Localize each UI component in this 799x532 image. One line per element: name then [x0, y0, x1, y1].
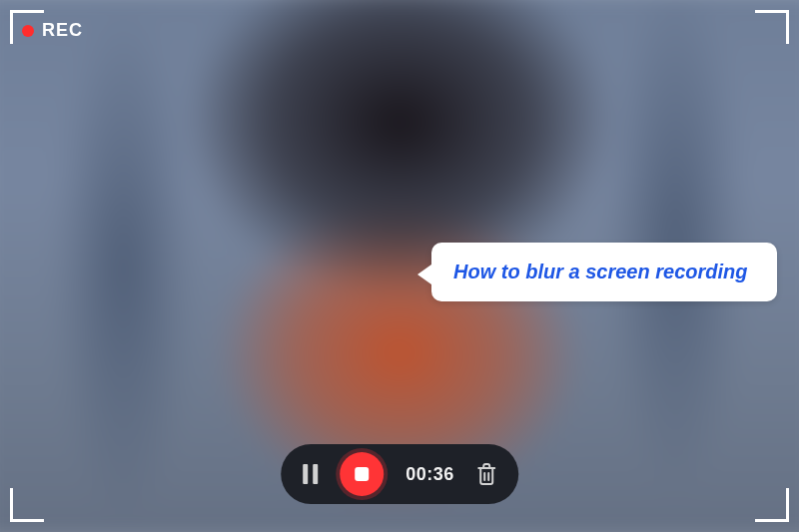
recording-toolbar: 00:36 — [281, 444, 518, 504]
delete-button[interactable] — [476, 463, 496, 485]
pause-icon — [303, 464, 318, 484]
rec-dot-icon — [22, 25, 34, 37]
stop-icon — [355, 467, 369, 481]
tooltip-bubble: How to blur a screen recording — [431, 243, 777, 301]
rec-label: REC — [42, 20, 83, 41]
pause-button[interactable] — [303, 464, 318, 484]
stop-record-button[interactable] — [340, 452, 384, 496]
recording-timer: 00:36 — [405, 464, 454, 485]
rec-indicator: REC — [22, 20, 83, 41]
tooltip-text: How to blur a screen recording — [453, 261, 748, 282]
trash-icon — [476, 463, 496, 485]
